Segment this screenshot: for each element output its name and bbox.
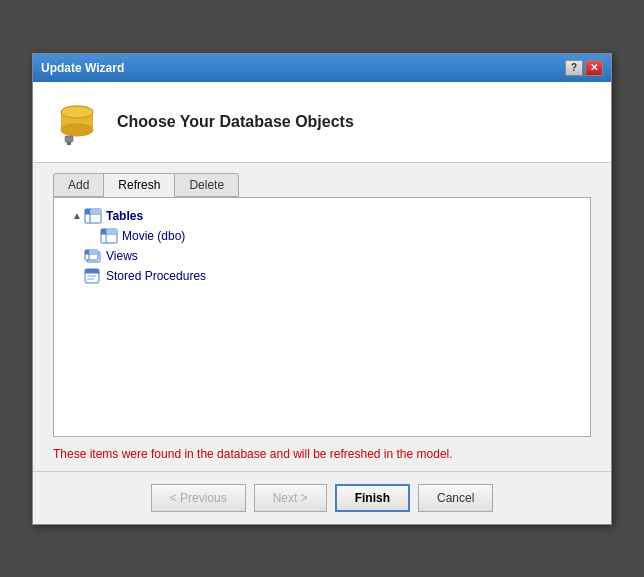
tables-icon bbox=[84, 208, 102, 224]
svg-rect-9 bbox=[85, 209, 90, 214]
toggle-sp[interactable] bbox=[70, 270, 84, 281]
stored-procedures-icon bbox=[84, 268, 102, 284]
movie-table-icon bbox=[100, 228, 118, 244]
svg-rect-21 bbox=[90, 250, 98, 254]
tree-item-stored-procedures[interactable]: Stored Procedures bbox=[54, 266, 590, 286]
svg-rect-5 bbox=[67, 142, 71, 145]
next-button[interactable]: Next > bbox=[254, 484, 327, 512]
update-wizard-window: Update Wizard ? ✕ Choo bbox=[32, 53, 612, 525]
stored-procedures-label: Stored Procedures bbox=[106, 269, 206, 283]
cancel-button[interactable]: Cancel bbox=[418, 484, 493, 512]
svg-rect-20 bbox=[85, 250, 89, 254]
toggle-movie bbox=[86, 230, 100, 241]
footer: < Previous Next > Finish Cancel bbox=[33, 471, 611, 524]
previous-button[interactable]: < Previous bbox=[151, 484, 246, 512]
help-button[interactable]: ? bbox=[565, 60, 583, 76]
svg-rect-15 bbox=[107, 229, 117, 234]
finish-button[interactable]: Finish bbox=[335, 484, 410, 512]
status-message: These items were found in the database a… bbox=[33, 437, 611, 471]
window-title: Update Wizard bbox=[41, 61, 124, 75]
window-controls: ? ✕ bbox=[565, 60, 603, 76]
tables-label: Tables bbox=[106, 209, 143, 223]
svg-rect-10 bbox=[91, 209, 101, 214]
movie-label: Movie (dbo) bbox=[122, 229, 185, 243]
views-icon bbox=[84, 248, 102, 264]
tree-panel[interactable]: ▲ Tables bbox=[53, 197, 591, 437]
svg-point-3 bbox=[61, 106, 93, 118]
header-title: Choose Your Database Objects bbox=[117, 113, 354, 131]
database-icon bbox=[53, 98, 101, 146]
titlebar: Update Wizard ? ✕ bbox=[33, 54, 611, 82]
close-button[interactable]: ✕ bbox=[585, 60, 603, 76]
tree-item-tables[interactable]: ▲ Tables bbox=[54, 206, 590, 226]
svg-rect-4 bbox=[65, 136, 73, 142]
svg-point-2 bbox=[61, 124, 93, 136]
toggle-tables[interactable]: ▲ bbox=[70, 210, 84, 221]
header-area: Choose Your Database Objects bbox=[33, 82, 611, 163]
svg-rect-14 bbox=[101, 229, 106, 234]
tabs-area: Add Refresh Delete bbox=[33, 163, 611, 197]
tree-item-views[interactable]: Views bbox=[54, 246, 590, 266]
tab-delete[interactable]: Delete bbox=[174, 173, 239, 197]
views-label: Views bbox=[106, 249, 138, 263]
tab-refresh[interactable]: Refresh bbox=[103, 173, 175, 197]
tab-add[interactable]: Add bbox=[53, 173, 104, 197]
toggle-views[interactable] bbox=[70, 250, 84, 261]
tree-item-movie[interactable]: Movie (dbo) bbox=[54, 226, 590, 246]
svg-rect-24 bbox=[85, 269, 99, 273]
